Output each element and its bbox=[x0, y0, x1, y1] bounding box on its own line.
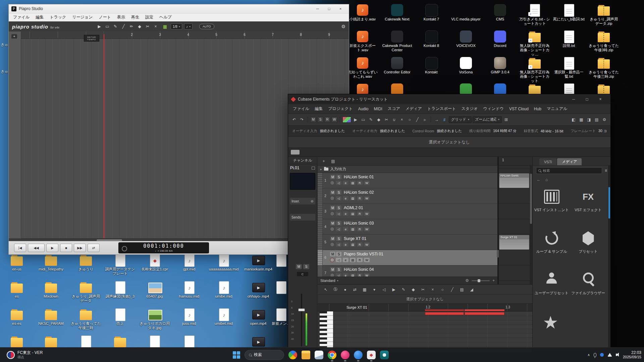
menu-item[interactable]: VST Cloud bbox=[506, 107, 531, 111]
menu-item[interactable]: メディア bbox=[403, 106, 425, 112]
key-editor[interactable] bbox=[318, 311, 532, 352]
note-division-dropdown[interactable]: 1/8▾ bbox=[171, 23, 182, 29]
read-automation-button[interactable]: R bbox=[357, 181, 363, 185]
zone-toggle-button[interactable]: ◧ bbox=[570, 116, 577, 123]
desktop-icon[interactable]: Kontakt bbox=[415, 56, 447, 83]
tray-expand-chevron[interactable]: ∧ bbox=[588, 353, 590, 357]
global-state-button[interactable]: R bbox=[324, 117, 330, 123]
cubase-app-icon[interactable] bbox=[367, 351, 376, 359]
solo-button[interactable]: S bbox=[336, 267, 341, 272]
editor-tool-button[interactable]: ▾ bbox=[371, 286, 378, 293]
tool-button[interactable]: ▭ bbox=[360, 116, 367, 123]
menu-item[interactable]: ノート bbox=[96, 14, 114, 20]
track-filter-button[interactable]: ▤ bbox=[330, 158, 336, 165]
event-display[interactable]: 1 HALion Sonic Surge XT 01 bbox=[499, 157, 532, 284]
edit-tool-button[interactable]: ◆ bbox=[136, 23, 143, 30]
tool-button[interactable]: × bbox=[398, 116, 405, 123]
edit-channel-button[interactable]: e bbox=[343, 181, 348, 185]
colorwheel-app-icon[interactable] bbox=[288, 351, 297, 359]
track-drag-handle[interactable] bbox=[318, 265, 323, 277]
note-length-dropdown[interactable]: ♪▾ bbox=[184, 23, 193, 29]
event-ruler[interactable]: 1 bbox=[499, 157, 532, 166]
menu-item[interactable]: 再生 bbox=[128, 14, 142, 20]
media-app-icon[interactable] bbox=[341, 351, 350, 359]
track-row[interactable]: 7 MS HALion Sonic 04 ◁ e ▤ R W bbox=[318, 265, 497, 277]
editor-ruler[interactable]: Surge XT 01 1.2 1.3 bbox=[318, 303, 532, 311]
track-drag-handle[interactable] bbox=[318, 188, 323, 203]
edit-channel-button[interactable]: e bbox=[343, 196, 348, 200]
mute-button[interactable]: M bbox=[330, 205, 335, 210]
editor-tool-button[interactable]: ╱ bbox=[449, 286, 455, 293]
rack-tab[interactable]: VSTi bbox=[539, 158, 556, 165]
desktop-icon[interactable]: midi_Telepathy bbox=[35, 253, 67, 281]
mute-button[interactable]: M bbox=[330, 221, 335, 226]
menu-item[interactable]: ヘルプ bbox=[156, 14, 175, 20]
transport-button[interactable]: ◀◀ bbox=[28, 244, 45, 252]
transport-button[interactable]: ⇄ bbox=[88, 244, 100, 252]
monitor-button[interactable]: ◁ bbox=[336, 196, 341, 200]
menu-item[interactable]: ファイル bbox=[290, 106, 312, 112]
media-rack-item[interactable]: ループ & サンプル bbox=[533, 227, 570, 269]
instrument-button[interactable]: ▤ bbox=[350, 273, 356, 277]
editor-tool-button[interactable]: ▤ bbox=[459, 286, 465, 293]
desktop-icon[interactable]: きゅうり食ってた午後3時.zip bbox=[588, 30, 620, 56]
list-view-icon[interactable]: ≡ bbox=[605, 168, 607, 173]
desktop-icon[interactable]: 死にたい_b歌詞.txt bbox=[553, 3, 585, 30]
desktop-icon[interactable]: es bbox=[1, 281, 33, 308]
editor-tool-button[interactable]: ◆ bbox=[410, 286, 417, 293]
desktop-icon[interactable]: きゅうりボカロ用タネ.jpg bbox=[139, 308, 171, 335]
solo-button[interactable]: S bbox=[336, 236, 341, 241]
global-state-button[interactable]: M bbox=[310, 117, 316, 123]
menu-item[interactable]: Audio bbox=[356, 107, 371, 111]
desktop-icon[interactable]: VOICEVOX bbox=[450, 30, 482, 56]
menu-item[interactable]: プロジェクト bbox=[325, 106, 356, 112]
editor-tool-button[interactable]: ○ bbox=[439, 286, 446, 293]
write-automation-button[interactable]: W bbox=[364, 242, 370, 247]
auto-toggle-button[interactable]: AUTO bbox=[199, 24, 214, 29]
instrument-button[interactable]: ▤ bbox=[350, 258, 356, 262]
desktop-icon[interactable]: 名称未設定1.cpr bbox=[139, 253, 171, 281]
menu-item[interactable]: マニュアル bbox=[544, 106, 570, 112]
instrument-button[interactable]: ▤ bbox=[350, 181, 356, 185]
favorites-star-icon[interactable]: ★ bbox=[543, 314, 558, 331]
maximize-button[interactable]: □ bbox=[323, 4, 335, 13]
add-insert-icon[interactable]: ⊕ bbox=[311, 199, 314, 203]
record-enable-button[interactable] bbox=[330, 212, 334, 216]
grid-type-dropdown[interactable]: グリッド▾ bbox=[449, 116, 472, 123]
monitor-button[interactable]: ◁ bbox=[336, 227, 341, 231]
channel-solo-button[interactable]: S bbox=[303, 264, 309, 269]
piapro-titlebar[interactable]: P Piapro Studio ─ □ × bbox=[9, 4, 349, 13]
instrument-button[interactable]: ▤ bbox=[350, 227, 356, 231]
playhead[interactable] bbox=[104, 34, 104, 238]
tool-button[interactable]: ✂ bbox=[383, 116, 390, 123]
zoom-slider[interactable] bbox=[472, 280, 490, 281]
track-row[interactable]: 2 MS HALion Sonic 02 ◁ e ▤ R W bbox=[318, 188, 497, 204]
nav-button[interactable]: ← bbox=[537, 177, 541, 182]
desktop-icon[interactable]: hamusu.mid bbox=[173, 281, 205, 308]
desktop-icon[interactable]: きゅうり食ってた午後三時.zip bbox=[588, 56, 620, 83]
slider-thumb[interactable] bbox=[478, 279, 480, 282]
monitor-button[interactable]: ◁ bbox=[336, 273, 341, 277]
desktop-icon[interactable]: 売上 bbox=[104, 308, 136, 335]
mute-button[interactable]: M bbox=[330, 175, 335, 179]
transport-button[interactable]: ▶▶ bbox=[74, 244, 86, 252]
track-row[interactable]: 6 MS Piapro Studio VSTi 01 ◁ e ▤ R W bbox=[318, 250, 497, 265]
desktop-icon[interactable]: jusu.mid bbox=[173, 308, 205, 335]
read-automation-button[interactable]: R bbox=[357, 273, 363, 277]
mute-button[interactable]: M bbox=[330, 236, 335, 241]
desktop-icon[interactable]: Controller Editor bbox=[381, 56, 413, 83]
track-drag-handle[interactable] bbox=[318, 219, 323, 234]
expand-arrow-icon[interactable]: ▸ bbox=[320, 168, 322, 171]
desktop-icon[interactable]: 65407.jpg bbox=[139, 281, 171, 308]
zone-toggle-button[interactable]: ◨ bbox=[586, 116, 592, 123]
media-rack-item[interactable]: プリセット bbox=[570, 227, 606, 269]
solo-button[interactable]: S bbox=[336, 175, 341, 179]
track-row[interactable]: 3 MS AGML2 01 ◁ e ▤ R W bbox=[318, 204, 497, 219]
solo-button[interactable]: S bbox=[336, 221, 341, 226]
menu-item[interactable]: スコア bbox=[385, 106, 403, 112]
tool-button[interactable]: ✎ bbox=[368, 116, 374, 123]
edit-channel-button[interactable]: e bbox=[343, 212, 348, 216]
snap-toggle-button[interactable]: ♯ bbox=[441, 116, 448, 123]
global-state-button[interactable]: W bbox=[331, 117, 337, 123]
desktop-icon[interactable]: Kontakt 7 bbox=[415, 3, 447, 30]
